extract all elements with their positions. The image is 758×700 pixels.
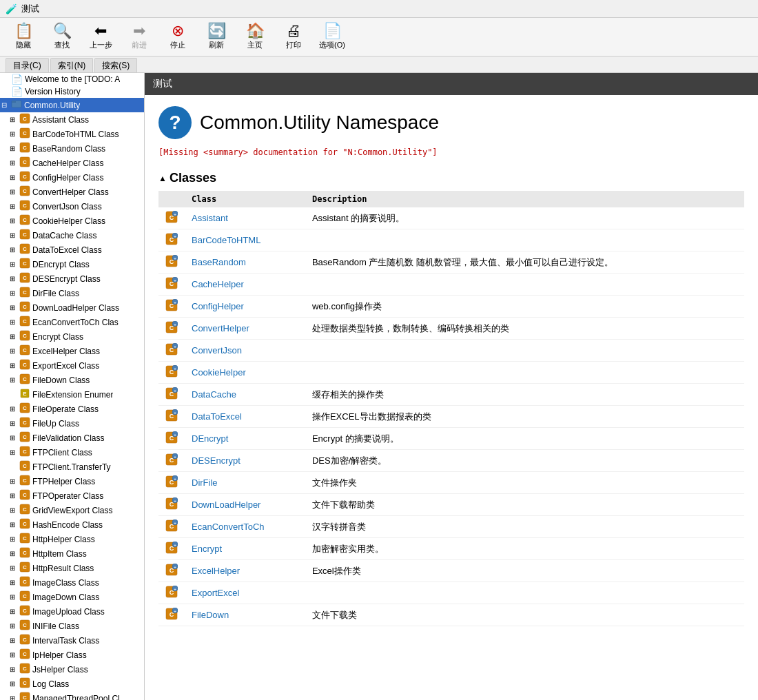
svg-rect-1 [12, 101, 16, 103]
tree-expand-icon: ⊞ [10, 535, 19, 543]
tree-item-13[interactable]: ⊞ C DEncrypt Class [0, 257, 144, 271]
class-link[interactable]: DESEncrypt [192, 455, 240, 466]
class-icon-cell: C + [158, 296, 185, 318]
tree-item-42[interactable]: ⊞ C Log Class [0, 677, 144, 691]
tree-item-41[interactable]: ⊞ C JsHelper Class [0, 662, 144, 677]
tree-item-2[interactable]: ⊟Common.Utility [0, 98, 144, 112]
tree-item-32[interactable]: ⊞ C HttpHelper Class [0, 532, 144, 546]
tree-item-37[interactable]: ⊞ C ImageUpload Class [0, 604, 144, 619]
options-button[interactable]: 📄 选项(O) [314, 21, 350, 53]
refresh-label: 刷新 [209, 40, 224, 50]
class-description: 汉字转拼音类 [305, 516, 744, 538]
tree-item-28[interactable]: ⊞ C FTPHelper Class [0, 474, 144, 488]
tree-item-3[interactable]: ⊞ C Assistant Class [0, 112, 144, 127]
tree-item-30[interactable]: ⊞ C GridViewExport Class [0, 503, 144, 517]
tree-item-6[interactable]: ⊞ C CacheHelper Class [0, 156, 144, 170]
refresh-button[interactable]: 🔄 刷新 [198, 21, 234, 53]
class-link[interactable]: DataToExcel [192, 411, 242, 422]
class-link[interactable]: ConfigHelper [192, 301, 244, 311]
tree-item-25[interactable]: ⊞ C FileValidation Class [0, 431, 144, 445]
svg-text:C: C [23, 174, 27, 180]
tree-item-24[interactable]: ⊞ C FileUp Class [0, 416, 144, 431]
tree-item-39[interactable]: ⊞ C IntervalTask Class [0, 633, 144, 648]
svg-text:C: C [23, 622, 27, 628]
class-link[interactable]: EcanConvertToCh [192, 522, 265, 532]
tree-item-5[interactable]: ⊞ C BaseRandom Class [0, 141, 144, 156]
class-link[interactable]: BaseRandom [192, 257, 246, 267]
forward-button[interactable]: ➡ 前进 [121, 21, 157, 53]
tree-item-4[interactable]: ⊞ C BarCodeToHTML Class [0, 127, 144, 141]
tree-item-17[interactable]: ⊞ C EcanConvertToCh Clas [0, 315, 144, 329]
tree-item-19[interactable]: ⊞ C ExcelHelper Class [0, 344, 144, 358]
tree-item-20[interactable]: ⊞ C ExportExcel Class [0, 358, 144, 373]
svg-text:+: + [174, 278, 176, 282]
tree-item-1[interactable]: 📄Version History [0, 85, 144, 98]
tree-item-label: Welcome to the [TODO: A [25, 74, 120, 84]
tree-item-15[interactable]: ⊞ C DirFile Class [0, 286, 144, 300]
tab-index[interactable]: 索引(N) [50, 58, 94, 72]
tree-item-11[interactable]: ⊞ C DataCache Class [0, 228, 144, 243]
tree-item-21[interactable]: ⊞ C FileDown Class [0, 373, 144, 387]
classes-section-title: Classes [158, 171, 744, 185]
tree-item-26[interactable]: ⊞ C FTPClient Class [0, 445, 144, 460]
tree-item-40[interactable]: ⊞ C IpHelper Class [0, 648, 144, 662]
class-link[interactable]: Assistant [192, 213, 228, 223]
class-link[interactable]: DEncrypt [192, 433, 228, 444]
tree-item-23[interactable]: ⊞ C FileOperate Class [0, 402, 144, 416]
tree-item-33[interactable]: ⊞ C HttpItem Class [0, 546, 144, 561]
class-link[interactable]: ConvertHelper [192, 323, 249, 333]
tree-item-34[interactable]: ⊞ C HttpResult Class [0, 561, 144, 575]
class-link[interactable]: CacheHelper [192, 279, 244, 289]
print-button[interactable]: 🖨 打印 [276, 21, 311, 53]
svg-text:+: + [174, 389, 176, 393]
class-link[interactable]: DownLoadHelper [192, 500, 260, 510]
class-link[interactable]: ExcelHelper [192, 566, 240, 576]
tree-item-43[interactable]: ⊞ C ManagedThreadPool Cl [0, 691, 144, 700]
back-button[interactable]: ⬅ 上一步 [83, 21, 119, 53]
tree-item-22[interactable]: EFileExtension Enumer [0, 387, 144, 402]
class-link[interactable]: ConvertJson [192, 345, 242, 356]
tree-item-36[interactable]: ⊞ C ImageDown Class [0, 590, 144, 604]
tree-item-12[interactable]: ⊞ C DataToExcel Class [0, 243, 144, 257]
tree-item-31[interactable]: ⊞ C HashEncode Class [0, 517, 144, 532]
tree-node-icon: C [19, 344, 30, 358]
tree-item-9[interactable]: ⊞ C ConvertJson Class [0, 199, 144, 214]
tree-item-label: HttpHelper Class [32, 535, 95, 544]
hide-button[interactable]: 📋 隐藏 [6, 21, 41, 53]
tab-search[interactable]: 搜索(S) [94, 58, 137, 72]
tree-item-8[interactable]: ⊞ C ConvertHelper Class [0, 185, 144, 199]
class-link[interactable]: DirFile [192, 477, 218, 488]
tree-node-icon: C [19, 431, 30, 444]
svg-text:+: + [174, 433, 176, 437]
class-link[interactable]: BarCodeToHTML [192, 235, 260, 245]
find-button[interactable]: 🔍 查找 [44, 21, 80, 53]
tree-node-icon: C [19, 547, 30, 560]
class-name-cell: ConfigHelper [185, 296, 305, 318]
home-button[interactable]: 🏠 主页 [237, 21, 273, 53]
class-link[interactable]: CookieHelper [192, 367, 246, 378]
tab-contents[interactable]: 目录(C) [6, 58, 49, 72]
tree-item-27[interactable]: C FTPClient.TransferTy [0, 460, 144, 474]
main-layout: 📄Welcome to the [TODO: A 📄Version Histor… [0, 73, 758, 700]
class-link[interactable]: Encrypt [192, 544, 222, 554]
tree-item-label: FileUp Class [32, 419, 79, 429]
tree-item-35[interactable]: ⊞ C ImageClass Class [0, 575, 144, 590]
class-link[interactable]: ExportExcel [192, 588, 239, 598]
tree-item-38[interactable]: ⊞ C INIFile Class [0, 619, 144, 633]
table-row: C + DESEncryptDES加密/解密类。 [158, 450, 744, 472]
tree-item-14[interactable]: ⊞ C DESEncrypt Class [0, 271, 144, 286]
class-link[interactable]: FileDown [192, 610, 229, 620]
tree-item-16[interactable]: ⊞ C DownLoadHelper Class [0, 300, 144, 315]
stop-button[interactable]: ⊗ 停止 [160, 21, 196, 53]
tree-item-18[interactable]: ⊞ C Encrypt Class [0, 329, 144, 344]
class-link[interactable]: DataCache [192, 389, 236, 400]
tree-item-10[interactable]: ⊞ C CookieHelper Class [0, 214, 144, 228]
svg-text:C: C [23, 289, 27, 296]
tree-item-29[interactable]: ⊞ C FTPOperater Class [0, 488, 144, 503]
tree-item-7[interactable]: ⊞ C ConfigHelper Class [0, 170, 144, 185]
tree-expand-icon: ⊞ [10, 449, 19, 456]
class-name-cell: DirFile [185, 472, 305, 494]
table-row: C + DEncryptEncrypt 的摘要说明。 [158, 428, 744, 450]
svg-text:C: C [23, 608, 27, 614]
tree-item-0[interactable]: 📄Welcome to the [TODO: A [0, 73, 144, 85]
